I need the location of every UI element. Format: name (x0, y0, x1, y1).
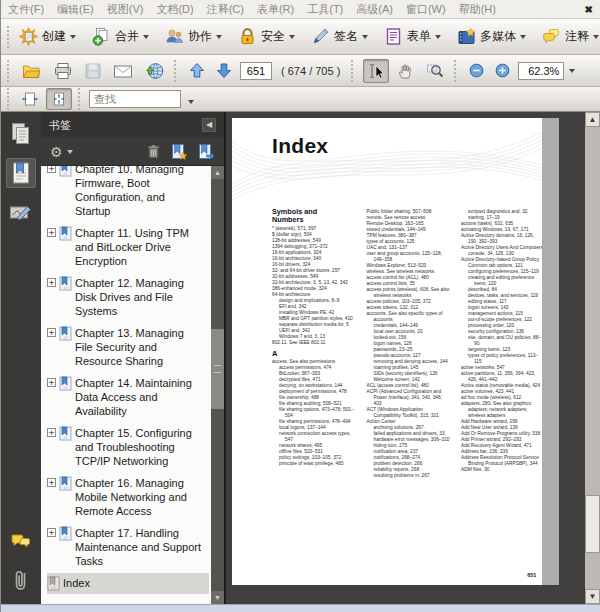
chevron-down-icon (216, 35, 222, 39)
menu-item[interactable]: 工具(T) (307, 2, 343, 17)
bookmarks-scrollbar[interactable]: ▲ ▼ (211, 166, 224, 604)
fit-page-button[interactable] (46, 88, 72, 110)
find-dropdown-icon[interactable] (185, 88, 197, 110)
comments-panel-icon[interactable] (6, 527, 36, 557)
expander-plus-icon[interactable]: + (47, 166, 56, 173)
chevron-down-icon (435, 35, 441, 39)
combine-button[interactable]: 合并 (86, 25, 155, 48)
expander-plus-icon[interactable]: + (47, 428, 56, 437)
scroll-down-icon[interactable]: ▼ (585, 589, 600, 604)
bookmark-label: Chapter 14. Maintaining Data Access and … (75, 376, 201, 418)
index-column-3: scripted diagnostics and, 32starting, 17… (461, 208, 545, 478)
page-down-icon (216, 62, 232, 79)
comment-button-label: 注释 (565, 28, 589, 45)
scroll-down-icon[interactable]: ▼ (211, 591, 224, 604)
comment-button[interactable]: 注释 (536, 25, 600, 48)
expand-current-bookmark-icon[interactable] (197, 143, 215, 161)
menu-item[interactable]: 帮助(H) (459, 2, 496, 17)
expander-plus-icon[interactable]: + (47, 528, 56, 537)
bookmark-item[interactable]: + Chapter 15. Configuring and Troublesho… (47, 423, 209, 471)
bookmark-label: Chapter 10. Managing Firmware, Boot Conf… (75, 166, 201, 218)
close-icon[interactable]: ✖ (585, 4, 593, 15)
print-button[interactable] (50, 60, 76, 82)
menu-item[interactable]: 视图(V) (107, 2, 144, 17)
page-number-input[interactable] (240, 62, 272, 80)
menu-item[interactable]: 高级(A) (356, 2, 393, 17)
index-section-heading: A (272, 350, 356, 356)
main-area: 书签 ◀ ⚙ + Chapter 10. Managing Firmware, … (1, 112, 600, 604)
menu-item[interactable]: 窗口(W) (406, 2, 446, 17)
fit-width-button[interactable] (18, 89, 42, 109)
bookmarks-panel-icon[interactable] (6, 158, 36, 188)
expander-plus-icon[interactable]: + (47, 228, 56, 237)
menu-item[interactable]: 文件(F) (8, 2, 44, 17)
zoom-in-button[interactable] (492, 61, 513, 80)
delete-bookmark-icon[interactable] (146, 143, 161, 160)
expander-plus-icon[interactable]: + (47, 478, 56, 487)
expander-plus-icon[interactable]: + (47, 278, 56, 287)
scrollbar-track[interactable] (211, 409, 224, 591)
index-entry: user and group accounts, 125–128, 149–15… (367, 250, 451, 262)
bookmark-item[interactable]: + Chapter 14. Maintaining Data Access an… (47, 373, 209, 421)
create-button[interactable]: 创建 (13, 25, 82, 48)
hand-tool-button[interactable] (394, 60, 418, 82)
navigation-rail (1, 112, 41, 604)
menu-bar: ✖ 文件(F)编辑(E)视图(V)文档(D)注释(C)表单(R)工具(T)高级(… (1, 0, 600, 19)
index-entry: resolving problems in, 267 (367, 472, 451, 478)
options-dropdown-icon[interactable] (67, 150, 73, 154)
scrollbar-thumb[interactable] (211, 329, 224, 409)
select-tool-button[interactable] (363, 59, 389, 83)
pages-panel-icon[interactable] (6, 119, 36, 149)
document-scrollbar[interactable]: ▲ ▼ (585, 112, 600, 604)
scrollbar-track[interactable] (585, 553, 600, 589)
email-button[interactable] (110, 61, 136, 81)
open-file-button[interactable] (19, 60, 45, 82)
index-entry: ACT (Windows Application Compatibility T… (367, 406, 451, 418)
forms-button-label: 表单 (407, 28, 431, 45)
zoom-level-field[interactable]: 62.3% (518, 62, 564, 80)
index-entry: creating and editing preference items, 1… (461, 274, 545, 286)
publish-button[interactable] (141, 59, 167, 82)
save-button[interactable] (81, 60, 105, 82)
next-page-button[interactable] (213, 60, 235, 81)
options-gear-icon[interactable]: ⚙ (50, 145, 63, 159)
sign-button[interactable]: 签名 (305, 25, 374, 48)
scroll-up-icon[interactable]: ▲ (585, 112, 600, 127)
marquee-zoom-button[interactable] (423, 60, 447, 82)
bookmark-item[interactable]: + Chapter 11. Using TPM and BitLocker Dr… (47, 223, 209, 271)
expander-plus-icon[interactable]: + (47, 378, 56, 387)
bookmark-item[interactable]: + Chapter 13. Managing File Security and… (47, 323, 209, 371)
marquee-zoom-icon (426, 62, 444, 80)
signatures-panel-icon[interactable] (6, 197, 36, 227)
expander-plus-icon[interactable]: + (47, 328, 56, 337)
bookmark-item[interactable]: + Chapter 10. Managing Firmware, Boot Co… (47, 166, 209, 221)
collapse-panel-button[interactable]: ◀ (202, 118, 216, 132)
attachments-panel-icon[interactable] (6, 566, 36, 596)
bookmark-item[interactable]: + Chapter 16. Managing Mobile Networking… (47, 473, 209, 521)
forms-icon (384, 27, 403, 46)
toolbar-grip (78, 88, 81, 110)
find-input[interactable] (89, 90, 181, 108)
new-bookmark-icon[interactable] (170, 143, 188, 161)
index-entry: active partitions, 11, 356, 394, 423, 42… (461, 370, 545, 382)
fit-width-icon (21, 91, 39, 107)
zoom-out-button[interactable] (466, 61, 487, 80)
menu-item[interactable]: 文档(D) (156, 2, 193, 17)
secure-button[interactable]: 安全 (232, 25, 301, 48)
menu-item[interactable]: 表单(R) (257, 2, 294, 17)
forms-button[interactable]: 表单 (378, 25, 447, 48)
secure-button-label: 安全 (261, 28, 285, 45)
menu-item[interactable]: 编辑(E) (57, 2, 94, 17)
bookmark-item[interactable]: + Chapter 12. Managing Disk Drives and F… (47, 273, 209, 321)
previous-page-button[interactable] (186, 60, 208, 81)
bookmark-page-icon (59, 326, 72, 341)
multimedia-button[interactable]: 多媒体 (451, 25, 532, 48)
scrollbar-thumb[interactable] (585, 495, 600, 553)
bookmark-item[interactable]: + Chapter 17. Handling Maintenance and S… (47, 523, 209, 571)
scroll-up-icon[interactable]: ▲ (211, 166, 224, 179)
collaborate-button[interactable]: 协作 (159, 25, 228, 48)
bookmark-item[interactable]: + Index (47, 573, 209, 594)
zoom-dropdown-icon[interactable] (569, 69, 575, 73)
zoom-out-icon (469, 63, 484, 78)
menu-item[interactable]: 注释(C) (207, 2, 244, 17)
